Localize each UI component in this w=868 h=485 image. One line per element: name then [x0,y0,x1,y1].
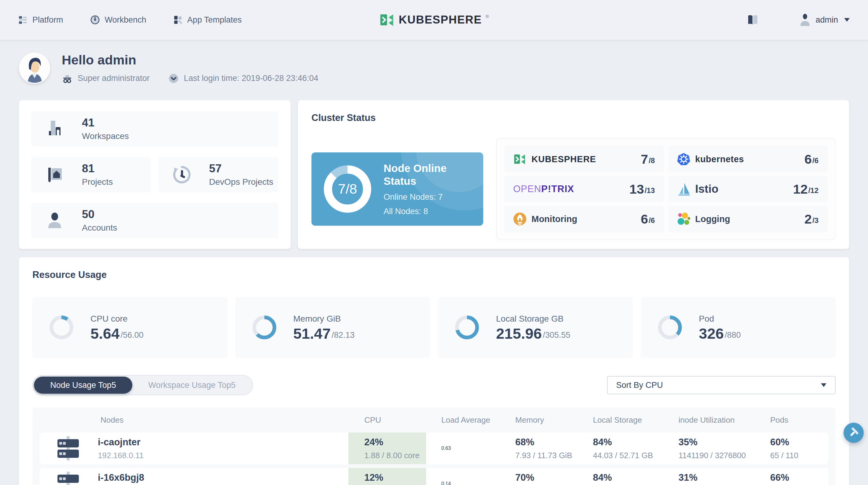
gauge-pod: Pod 326/880 [641,297,836,358]
component-total: /6 [649,216,655,225]
memory-cell: 70% 8.11 / 11.73 GiB [508,468,586,485]
node-online-donut: 7/8 [324,165,371,213]
gauge-label: Memory GiB [293,314,355,324]
component-logging[interactable]: Logging 2/3 [668,206,828,232]
stats-card: 41 Workspaces 81 Projects [19,100,291,249]
cluster-status-card: Cluster Status 7/8 Node Online Status On… [298,100,849,249]
gauge-memory: Memory GiB 51.47/82.13 [235,297,430,358]
cpu-gauge-donut [50,316,73,339]
last-login: Last login time: 2019-06-28 23:46:04 [168,73,318,84]
user-avatar-icon [800,14,810,26]
stat-workspaces[interactable]: 41 Workspaces [31,111,278,147]
component-total: /8 [649,156,655,165]
cpu-cell: 24% 1.88 / 8.00 core [348,432,426,464]
stat-value: 81 [82,162,113,175]
pods-cell: 66% 72 / 110 [764,468,828,485]
all-nodes-label: All Nodes: 8 [383,207,471,216]
logging-icon [677,212,690,226]
tab-workspace-usage-top5[interactable]: Workspace Usage Top5 [132,377,251,394]
stat-label: Accounts [82,223,117,233]
cluster-status-title: Cluster Status [311,112,836,123]
node-online-panel: 7/8 Node Online Status Online Nodes: 7 A… [311,152,483,226]
node-name[interactable]: i-16x6bgj8 [98,472,144,483]
nav-item-app-templates[interactable]: App Templates [173,15,242,25]
chevron-down-icon [821,383,827,387]
gauge-total: /82.13 [332,330,354,340]
node-ip: 192.168.0.11 [98,451,144,460]
nav-item-label: App Templates [187,15,242,25]
docs-book-icon[interactable] [746,13,760,27]
sort-by-select[interactable]: Sort By CPU [607,376,836,394]
greeting-title: Hello admin [62,53,318,67]
clock-icon [168,73,179,84]
pods-cell: 60% 65 / 110 [764,432,828,464]
node-online-ratio: 7/8 [324,165,371,213]
node-name[interactable]: i-caojnter [98,437,144,448]
component-name: kubernetes [695,154,744,164]
gauge-used: 215.96 [496,326,542,341]
stat-accounts[interactable]: 50 Accounts [31,203,278,238]
tab-node-usage-top5[interactable]: Node Usage Top5 [34,377,132,394]
user-role: Super administrator [62,73,150,84]
component-value: 6 [804,153,812,166]
component-value: 13 [629,183,644,196]
gauge-label: Local Storage GB [496,314,570,324]
component-total: /12 [808,186,818,195]
col-inode-utilization: inode Utilization [672,415,764,425]
col-pods: Pods [764,415,828,425]
memory-cell: 68% 7.93 / 11.73 GiB [508,432,586,464]
load-average-cell: 0.14 [426,468,508,485]
component-name: KUBESPHERE [531,154,596,164]
accounts-icon [44,211,65,231]
prometheus-icon [513,212,527,226]
username: admin [815,15,838,25]
kubesphere-logo[interactable]: KUBESPHERE ® [379,12,489,28]
gauge-label: Pod [699,314,741,324]
col-nodes: Nodes [40,415,348,425]
component-name: Logging [695,214,730,224]
logo-registered-mark: ® [485,14,489,19]
table-row[interactable]: i-caojnter 192.168.0.11 24% 1.88 / 8.00 … [40,432,828,464]
gauge-used: 5.64 [90,326,120,341]
component-kubernetes[interactable]: kubernetes 6/6 [668,146,828,172]
istio-icon [677,182,690,196]
node-usage-table: Nodes CPU Load Average Memory Local Stor… [32,408,836,485]
logo-wordmark: KUBESPHERE [399,12,482,28]
gauge-total: /305.55 [543,330,570,340]
stat-label: Workspaces [82,131,129,141]
inode-cell: 31% 1002451 / 3276800 [672,468,764,485]
app-templates-icon [173,15,183,25]
projects-icon [44,165,65,185]
component-monitoring[interactable]: Monitoring 6/6 [504,206,664,232]
top-nav: Platform Workbench App Templates [0,0,868,40]
toolbox-fab-button[interactable] [843,423,864,443]
resource-usage-card: Resource Usage CPU core 5.64/56.00 [19,257,849,485]
kubesphere-logo-mark [379,12,395,28]
node-server-icon [56,471,80,485]
component-istio[interactable]: Istio 12/12 [668,176,828,202]
gauge-total: /56.00 [120,330,143,340]
nav-item-platform[interactable]: Platform [18,15,63,25]
last-login-label: Last login time: 2019-06-28 23:46:04 [184,74,318,83]
pod-gauge-donut [658,316,682,339]
local-storage-cell: 84% 44.03 / 52.71 GB [586,432,672,464]
component-total: /3 [812,216,818,225]
kubernetes-icon [677,152,690,166]
component-total: /6 [812,156,818,165]
col-memory: Memory [508,415,586,425]
online-nodes-label: Online Nodes: 7 [383,192,471,202]
component-kubesphere[interactable]: KUBESPHERE 7/8 [504,146,664,172]
gauge-used: 51.47 [293,326,331,341]
node-online-title: Node Online Status [383,162,471,188]
table-row[interactable]: i-16x6bgj8 192.168.0.14 12% 0.93 / 8.00 … [40,468,828,485]
stat-projects[interactable]: 81 Projects [31,157,151,192]
local-storage-cell: 84% 43.89 / 52.71 GB [586,468,672,485]
component-openpitrix[interactable]: OPENP!TRIX 13/13 [504,176,664,202]
stat-devops-projects[interactable]: 57 DevOps Projects [158,157,278,192]
devops-icon [172,165,192,185]
components-panel: KUBESPHERE 7/8 kube [496,138,836,240]
user-menu[interactable]: admin [800,14,850,26]
nav-item-workbench[interactable]: Workbench [90,15,146,25]
avatar [19,53,50,84]
inode-cell: 35% 1141190 / 3276800 [672,432,764,464]
